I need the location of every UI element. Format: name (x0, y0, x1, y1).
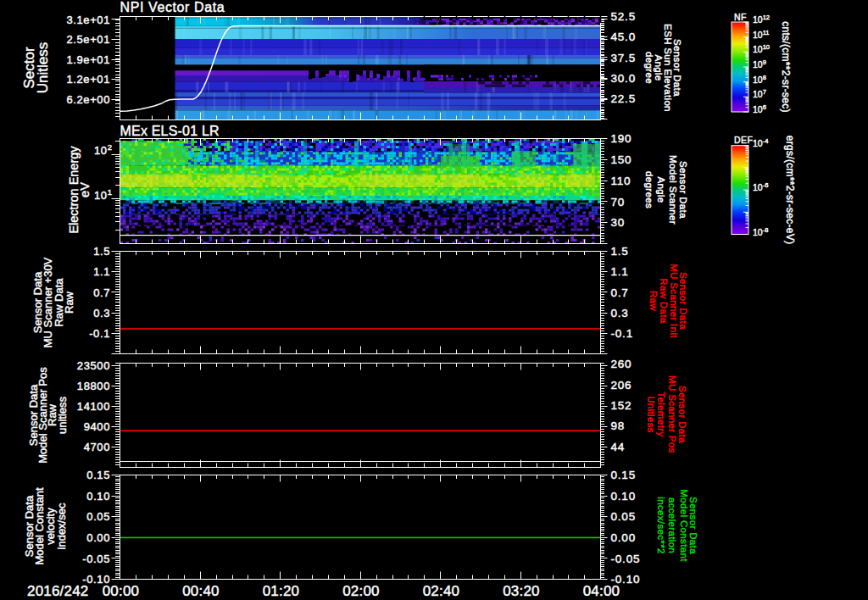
svg-text:0.3: 0.3 (611, 307, 629, 319)
svg-text:eV: eV (78, 182, 92, 197)
svg-text:02:00: 02:00 (342, 583, 380, 599)
svg-text:0.10: 0.10 (611, 490, 636, 503)
svg-text:MU Scanner Init: MU Scanner Init (669, 264, 679, 338)
svg-text:0.00: 0.00 (611, 531, 636, 544)
svg-text:206: 206 (611, 379, 632, 392)
svg-text:Model Constant: Model Constant (679, 489, 689, 562)
svg-text:Raw: Raw (63, 291, 75, 314)
svg-text:190: 190 (611, 132, 632, 145)
svg-text:Unitless: Unitless (646, 396, 656, 433)
svg-text:1.2e+01: 1.2e+01 (66, 73, 110, 86)
svg-text:0.15: 0.15 (86, 469, 110, 481)
svg-text:acceleration: acceleration (667, 497, 677, 553)
svg-text:2.5e+01: 2.5e+01 (66, 33, 110, 46)
svg-text:Model Scanner: Model Scanner (668, 155, 678, 225)
svg-text:Raw Data: Raw Data (659, 278, 669, 324)
svg-text:Sensor Data: Sensor Data (678, 161, 688, 219)
svg-text:Sensor Data: Sensor Data (677, 386, 687, 443)
svg-text:98: 98 (611, 419, 626, 432)
svg-text:110: 110 (611, 175, 632, 187)
svg-text:30.0: 30.0 (611, 72, 636, 85)
svg-text:degrees: degrees (644, 171, 654, 208)
svg-text:DEF: DEF (734, 135, 754, 145)
svg-text:1.9e+01: 1.9e+01 (66, 53, 110, 66)
svg-text:03:20: 03:20 (503, 583, 540, 599)
svg-text:37.5: 37.5 (611, 52, 636, 64)
svg-text:152: 152 (611, 399, 632, 412)
svg-text:Raw: Raw (648, 291, 659, 311)
svg-text:Angle: Angle (656, 176, 666, 203)
svg-text:6.2e+00: 6.2e+00 (66, 93, 110, 106)
svg-text:0.05: 0.05 (611, 510, 636, 523)
svg-text:70: 70 (611, 196, 626, 208)
svg-text:NF: NF (734, 12, 747, 22)
svg-text:45.0: 45.0 (611, 31, 636, 43)
svg-text:1.1: 1.1 (611, 265, 629, 278)
svg-text:MEx ELS-01 LR: MEx ELS-01 LR (120, 124, 220, 138)
svg-text:30: 30 (611, 216, 626, 229)
svg-text:00:40: 00:40 (182, 583, 220, 599)
svg-text:incex/sec**2: incex/sec**2 (656, 497, 666, 553)
svg-text:1.1: 1.1 (93, 265, 110, 278)
svg-text:150: 150 (611, 153, 632, 166)
svg-text:NPI Vector Data: NPI Vector Data (120, 0, 225, 14)
svg-text:Telemetry: Telemetry (656, 392, 666, 437)
svg-text:0.05: 0.05 (86, 510, 110, 523)
svg-text:01:20: 01:20 (263, 583, 300, 599)
svg-text:2016/242: 2016/242 (27, 583, 89, 599)
svg-text:9400: 9400 (84, 420, 110, 433)
svg-text:degree: degree (644, 52, 654, 84)
svg-text:0.3: 0.3 (93, 307, 110, 319)
svg-text:14100: 14100 (77, 400, 110, 413)
svg-text:22.5: 22.5 (611, 92, 636, 105)
svg-text:-0.1: -0.1 (611, 327, 633, 340)
svg-text:0.7: 0.7 (611, 286, 629, 299)
svg-text:1.5: 1.5 (93, 245, 110, 258)
svg-text:-0.1: -0.1 (89, 327, 110, 340)
svg-text:18800: 18800 (77, 380, 110, 392)
svg-text:MU Scanner Pos: MU Scanner Pos (667, 375, 677, 453)
svg-text:0.00: 0.00 (86, 531, 110, 544)
svg-text:52.5: 52.5 (611, 10, 636, 23)
svg-text:23500: 23500 (77, 359, 110, 372)
svg-text:unitless: unitless (56, 396, 69, 434)
svg-text:-0.05: -0.05 (82, 553, 110, 565)
svg-text:0.15: 0.15 (611, 469, 636, 481)
svg-text:260: 260 (611, 358, 632, 370)
svg-text:-0.05: -0.05 (611, 553, 641, 565)
svg-text:Unitless: Unitless (35, 42, 51, 93)
svg-text:ergs/(cm**2-sr-sec-eV): ergs/(cm**2-sr-sec-eV) (784, 136, 796, 245)
svg-text:-0.10: -0.10 (82, 573, 110, 586)
svg-text:02:40: 02:40 (423, 583, 460, 599)
svg-text:-0.10: -0.10 (611, 573, 641, 586)
svg-text:index/sec: index/sec (55, 503, 68, 549)
svg-text:0.10: 0.10 (86, 490, 110, 503)
svg-text:0.7: 0.7 (93, 286, 110, 299)
svg-text:3.1e+01: 3.1e+01 (66, 14, 110, 26)
svg-text:cnts/(cm**2-sr-sec): cnts/(cm**2-sr-sec) (780, 21, 792, 113)
svg-text:1.5: 1.5 (611, 245, 629, 258)
svg-text:44: 44 (611, 441, 626, 453)
svg-text:4700: 4700 (84, 441, 110, 453)
